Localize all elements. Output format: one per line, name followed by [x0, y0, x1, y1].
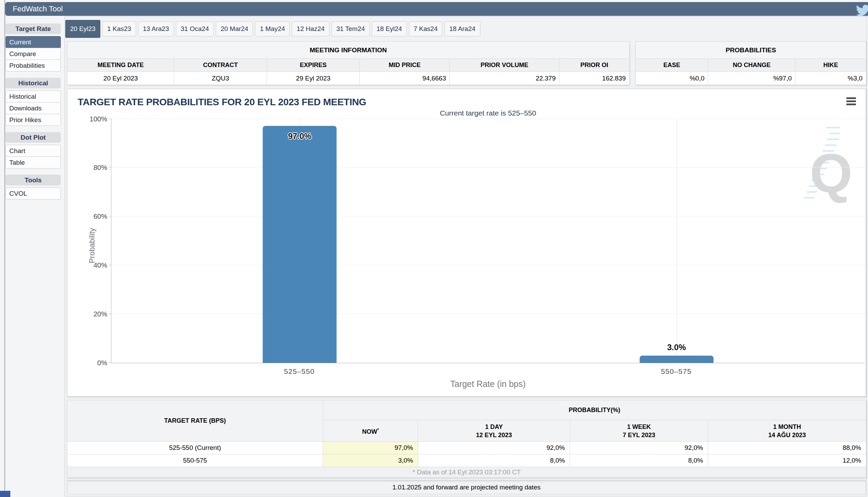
- group-header-probability-pct: PROBABILITY(%): [323, 400, 866, 420]
- sidebar-item-downloads[interactable]: Downloads: [5, 102, 61, 114]
- probabilities-summary-table: PROBABILITIES EASE NO CHANGE HIKE %0,0 %…: [635, 41, 866, 85]
- no-change-value: %97,0: [708, 72, 795, 85]
- tab-12-haz24[interactable]: 12 Haz24: [292, 21, 329, 36]
- tab-1-kas23[interactable]: 1 Kas23: [102, 21, 136, 36]
- projected-dates-note: 1.01.2025 and forward are projected meet…: [67, 480, 866, 494]
- chart-plot-area: 0% 20% 40% 60% 80% 100% 97.0% 3.0%: [111, 119, 865, 363]
- fedwatch-screen: FedWatch Tool Target Rate Current Compar…: [0, 0, 868, 497]
- column-header-1-week: 1 WEEK7 EYL 2023: [570, 420, 708, 442]
- left-border-rule: [4, 0, 5, 497]
- app-titlebar: FedWatch Tool: [5, 2, 868, 16]
- table-row-525-550: 525-550 (Current) 97,0% 92,0% 92,0% 88,0…: [67, 442, 866, 454]
- sidebar-item-table[interactable]: Table: [5, 156, 61, 169]
- tab-18-eyl24[interactable]: 18 Eyl24: [372, 21, 407, 36]
- day-probability-cell: 8,0%: [418, 454, 570, 467]
- column-header-now: NOW*: [323, 420, 418, 442]
- column-header-hike: HIKE: [795, 59, 866, 72]
- period-1day-line1: 1 DAY: [485, 423, 503, 430]
- gridline-20: [111, 314, 865, 314]
- chart-menu-icon[interactable]: [846, 97, 856, 107]
- sidebar-section-historical: Historical Historical Downloads Prior Hi…: [5, 78, 61, 126]
- column-header-prior-volume: PRIOR VOLUME: [450, 59, 559, 72]
- table-row-550-575: 550-575 3,0% 8,0% 8,0% 12,0%: [67, 454, 866, 467]
- ytick-label-20: 20%: [93, 310, 107, 318]
- gridline-80: [111, 167, 865, 168]
- column-header-1-day: 1 DAY12 EYL 2023: [418, 420, 570, 442]
- ytick-mark: [109, 119, 111, 119]
- xtick-label-550-575: 550–575: [661, 367, 692, 376]
- bar-value-label-550-575: 3.0%: [667, 343, 686, 352]
- ease-value: %0,0: [636, 72, 708, 85]
- meeting-date-value: 20 Eyl 2023: [67, 72, 174, 85]
- meeting-info-table: MEETING INFORMATION MEETING DATE CONTRAC…: [67, 41, 630, 85]
- twitter-icon[interactable]: [855, 3, 868, 16]
- period-1week-line2: 7 EYL 2023: [623, 432, 655, 439]
- tab-31-tem24[interactable]: 31 Tem24: [332, 21, 370, 36]
- tab-20-mar24[interactable]: 20 Mar24: [216, 21, 253, 36]
- sidebar-item-current[interactable]: Current: [5, 36, 61, 48]
- sidebar-header-target-rate: Target Rate: [5, 23, 61, 34]
- probability-table: TARGET RATE (BPS) PROBABILITY(%) NOW* 1 …: [67, 400, 866, 478]
- column-header-no-change: NO CHANGE: [708, 59, 795, 72]
- tab-13-ara23[interactable]: 13 Ara23: [138, 21, 174, 36]
- meeting-tabs: 20 Eyl23 1 Kas23 13 Ara23 31 Oca24 20 Ma…: [65, 20, 482, 38]
- tab-31-oca24[interactable]: 31 Oca24: [176, 21, 214, 36]
- ytick-mark: [109, 216, 111, 216]
- ytick-label-80: 80%: [93, 164, 107, 171]
- tab-18-ara24[interactable]: 18 Ara24: [444, 21, 480, 36]
- sidebar-item-chart[interactable]: Chart: [5, 145, 61, 157]
- now-probability-cell: 97,0%: [323, 442, 418, 454]
- tab-20-eyl23[interactable]: 20 Eyl23: [65, 20, 100, 38]
- column-header-meeting-date: MEETING DATE: [67, 59, 174, 72]
- sidebar-section-target-rate: Target Rate Current Compare Probabilitie…: [5, 23, 61, 72]
- mid-price-value: 94,6663: [360, 72, 450, 85]
- prior-oi-value: 162.839: [559, 72, 630, 85]
- week-probability-cell: 92,0%: [570, 442, 708, 454]
- period-1month-line2: 14 AĞU 2023: [768, 432, 806, 439]
- ytick-label-100: 100%: [90, 115, 107, 123]
- now-probability-cell: 3,0%: [323, 454, 418, 467]
- sidebar-header-tools: Tools: [5, 175, 61, 185]
- column-header-ease: EASE: [636, 59, 708, 72]
- month-probability-cell: 88,0%: [708, 442, 866, 454]
- sidebar-header-dot-plot: Dot Plot: [5, 132, 61, 143]
- ytick-mark: [109, 167, 111, 168]
- column-header-target-rate-bps: TARGET RATE (BPS): [67, 400, 323, 442]
- gridline-60: [111, 216, 865, 216]
- bar-value-label-525-550: 97.0%: [288, 131, 311, 141]
- gridline-40: [111, 265, 865, 265]
- probability-bar-525-550[interactable]: [263, 126, 337, 363]
- ytick-mark: [109, 265, 111, 265]
- month-probability-cell: 12,0%: [708, 454, 866, 467]
- column-header-expires: EXPIRES: [267, 59, 360, 72]
- column-header-1-month: 1 MONTH14 AĞU 2023: [708, 420, 866, 442]
- expires-value: 29 Eyl 2023: [267, 72, 360, 85]
- contract-value: ZQU3: [174, 72, 267, 85]
- chart-subtitle: Current target rate is 525–550: [440, 109, 536, 117]
- sidebar-item-compare[interactable]: Compare: [5, 48, 61, 60]
- tab-1-may24[interactable]: 1 May24: [255, 21, 290, 36]
- sidebar-item-probabilities[interactable]: Probabilities: [5, 60, 61, 72]
- period-1month-line1: 1 MONTH: [773, 423, 801, 430]
- column-header-contract: CONTRACT: [174, 59, 267, 72]
- probability-bar-550-575[interactable]: [639, 356, 713, 363]
- data-as-of-footnote: * Data as of 14 Eyl 2023 03:17:00 CT: [67, 467, 866, 478]
- ytick-mark: [109, 314, 111, 314]
- gridline-100: [111, 119, 865, 119]
- sidebar-item-historical[interactable]: Historical: [5, 90, 61, 102]
- meeting-info-title: MEETING INFORMATION: [67, 42, 630, 59]
- app-title: FedWatch Tool: [13, 4, 63, 13]
- chart-title: TARGET RATE PROBABILITIES FOR 20 EYL 202…: [78, 97, 366, 108]
- sidebar-section-tools: Tools CVOL: [5, 175, 61, 199]
- tab-7-kas24[interactable]: 7 Kas24: [409, 21, 443, 36]
- column-header-prior-oi: PRIOR OI: [559, 59, 630, 72]
- now-label: NOW: [362, 428, 377, 435]
- sidebar-item-cvol[interactable]: CVOL: [5, 187, 61, 199]
- target-rate-chart-panel: TARGET RATE PROBABILITIES FOR 20 EYL 202…: [67, 89, 866, 397]
- sidebar-section-dot-plot: Dot Plot Chart Table: [5, 132, 61, 169]
- ytick-mark: [109, 363, 111, 363]
- sidebar-item-prior-hikes[interactable]: Prior Hikes: [5, 114, 61, 126]
- prior-volume-value: 22.379: [450, 72, 559, 85]
- day-probability-cell: 92,0%: [418, 442, 570, 454]
- xtick-label-525-550: 525–550: [284, 367, 315, 376]
